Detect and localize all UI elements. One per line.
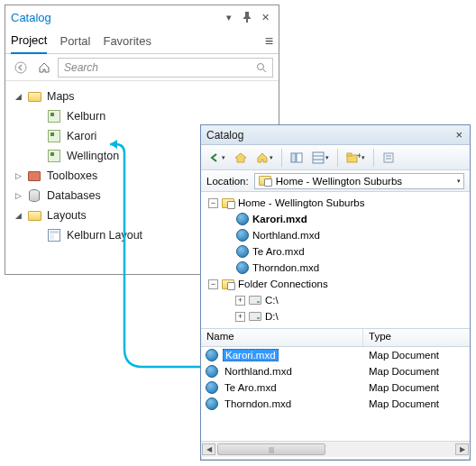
tree-label: Karori.mxd [252,214,307,224]
svg-line-2 [263,69,266,72]
home-button[interactable] [34,58,54,78]
list-row[interactable]: Thorndon.mxd Map Document [201,396,470,412]
toolbar: ▾ ▾ ▾ +▾ [201,145,470,170]
close-icon[interactable]: × [453,128,464,142]
tree-item-northland-mxd[interactable]: Northland.mxd [203,227,468,243]
mxd-icon [235,228,250,242]
folder-icon [27,89,41,104]
map-icon [47,149,61,163]
close-icon[interactable]: ✕ [257,9,273,25]
svg-rect-9 [347,153,352,156]
window-titlebar: Catalog × [201,125,470,145]
cell-type: Map Document [363,398,470,409]
tab-project[interactable]: Project [11,30,47,54]
tree-item-thorndon-mxd[interactable]: Thorndon.mxd [203,260,468,276]
svg-point-1 [258,63,264,69]
back-button[interactable]: ▾ [205,148,229,168]
tree-label: Home - Wellington Suburbs [238,197,364,208]
tree-label: Kelburn Layout [65,229,142,242]
view-button[interactable]: ▾ [308,148,333,168]
expand-icon[interactable]: + [235,312,245,322]
column-type[interactable]: Type [363,329,470,346]
cell-name: Karori.mxd [223,349,279,361]
svg-rect-5 [313,152,324,163]
dropdown-icon[interactable]: ▾ [457,178,461,185]
tree-item-drive-c[interactable]: + C:\ [203,292,468,308]
list-body: Karori.mxd Map Document Northland.mxd Ma… [201,347,470,412]
mxd-icon [205,348,219,362]
search-input[interactable]: Search [58,58,273,78]
arcmap-catalog-window: Catalog × ▾ ▾ ▾ +▾ Location: Home - Well… [200,124,471,461]
expand-icon[interactable]: + [235,296,245,306]
location-label: Location: [206,176,249,187]
collapse-icon[interactable]: − [208,198,218,208]
cell-type: Map Document [363,366,470,377]
tree-label: Karori [65,130,96,142]
toggle-tree-button[interactable] [287,148,307,168]
cell-type: Map Document [363,382,470,393]
pin-icon[interactable] [239,9,255,25]
tab-favorites[interactable]: Favorites [103,31,151,53]
scroll-right-icon[interactable]: ▶ [455,443,469,455]
catalog-tree: − Home - Wellington Suburbs Karori.mxd N… [201,192,470,329]
tree-label: Maps [45,90,75,103]
tree-label: C:\ [265,295,279,306]
tree-node-folder-connections[interactable]: − Folder Connections [203,276,468,292]
map-icon [47,129,61,143]
tab-portal[interactable]: Portal [60,31,90,53]
collapse-icon[interactable]: ◢ [13,211,23,220]
search-icon [256,62,267,73]
svg-rect-11 [384,153,393,162]
options-button[interactable] [379,148,398,168]
autohide-icon[interactable]: ▾ [221,9,237,25]
svg-point-0 [15,62,26,73]
list-row[interactable]: Northland.mxd Map Document [201,363,470,379]
svg-text:+: + [357,151,361,160]
tree-label: Kelburn [65,110,105,123]
collapse-icon[interactable]: ◢ [13,92,23,101]
scroll-thumb[interactable]: ||| [217,443,325,455]
mxd-icon [235,244,250,259]
scroll-left-icon[interactable]: ◀ [202,443,215,455]
up-button[interactable] [231,148,251,168]
tree-label: Wellington [65,150,119,162]
mxd-icon [235,212,250,226]
tree-label: Northland.mxd [252,230,320,241]
svg-rect-4 [297,153,302,162]
home-button[interactable]: ▾ [252,148,277,168]
tree-item-tearo-mxd[interactable]: Te Aro.mxd [203,243,468,260]
tree-item-drive-d[interactable]: + D:\ [203,308,468,324]
horizontal-scrollbar[interactable]: ◀ ||| ▶ [201,441,470,457]
collapse-icon[interactable]: − [208,279,218,289]
location-value: Home - Wellington Suburbs [276,176,402,187]
window-title: Catalog [206,129,243,142]
folder-icon [27,208,41,223]
tree-label: Folder Connections [238,279,328,289]
cell-name: Thorndon.mxd [223,398,293,409]
tree-item-karori-mxd[interactable]: Karori.mxd [203,211,468,227]
layout-icon [47,228,61,242]
list-row[interactable]: Te Aro.mxd Map Document [201,379,470,396]
column-name[interactable]: Name [201,329,363,346]
database-icon [27,188,41,203]
expand-icon[interactable]: ▷ [13,191,23,200]
back-button[interactable] [11,58,31,78]
connect-folder-button[interactable]: +▾ [343,148,369,168]
mxd-icon [235,260,250,275]
cell-name: Northland.mxd [223,366,294,377]
cell-type: Map Document [363,350,470,361]
toolbox-icon [27,169,41,183]
location-bar: Location: Home - Wellington Suburbs ▾ [201,170,470,192]
expand-icon[interactable]: ▷ [13,171,23,180]
list-row[interactable]: Karori.mxd Map Document [201,347,470,363]
home-folder-icon [258,174,272,188]
tree-node-home[interactable]: − Home - Wellington Suburbs [203,195,468,211]
location-field[interactable]: Home - Wellington Suburbs ▾ [254,173,464,189]
search-row: Search [5,54,279,81]
menu-icon[interactable]: ≡ [265,33,273,53]
pane-title: Catalog [11,11,219,24]
tree-item-kelburn[interactable]: Kelburn [29,106,275,126]
tree-node-maps[interactable]: ◢ Maps [9,87,275,106]
tree-label: Te Aro.mxd [252,246,305,257]
mxd-icon [205,397,219,411]
